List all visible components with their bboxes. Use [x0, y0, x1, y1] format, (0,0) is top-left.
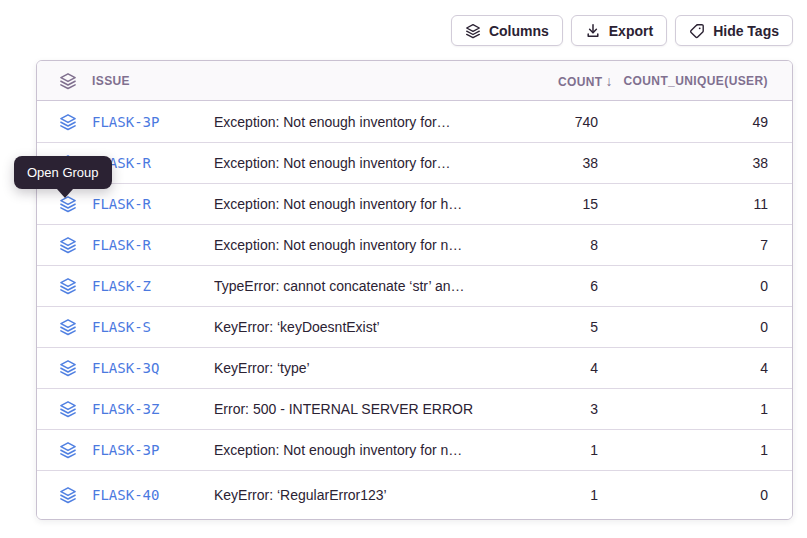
issue-cell: FLASK-R	[37, 236, 214, 254]
issue-title: TypeError: cannot concatenate ‘str’ an…	[214, 278, 518, 294]
toolbar: Columns Export Hide Tags	[451, 15, 793, 46]
table-row[interactable]: FLASK-Z TypeError: cannot concatenate ‘s…	[37, 265, 792, 306]
count-unique-cell: 7	[598, 237, 768, 253]
open-group-tooltip: Open Group	[14, 156, 112, 189]
issue-title: Exception: Not enough inventory for n…	[214, 442, 518, 458]
issue-title: Error: 500 - INTERNAL SERVER ERROR	[214, 401, 518, 417]
hide-tags-button-label: Hide Tags	[713, 23, 779, 39]
count-unique-cell: 38	[598, 155, 768, 171]
issue-layers-icon[interactable]	[59, 277, 77, 295]
issue-link[interactable]: FLASK-Z	[92, 278, 151, 294]
issue-cell: FLASK-S	[37, 318, 214, 336]
hide-tags-button[interactable]: Hide Tags	[675, 15, 793, 46]
column-header-count-label: COUNT	[558, 75, 603, 89]
issue-link[interactable]: FLASK-R	[92, 237, 151, 253]
issue-link[interactable]: FLASK-S	[92, 319, 151, 335]
count-cell: 8	[518, 237, 598, 253]
count-unique-cell: 1	[598, 401, 768, 417]
table-row[interactable]: FLASK-40 KeyError: ‘RegularError123’ 1 0	[37, 470, 792, 519]
issue-title: Exception: Not enough inventory for n…	[214, 237, 518, 253]
export-button[interactable]: Export	[571, 15, 667, 46]
layers-icon	[59, 72, 77, 90]
count-unique-cell: 0	[598, 487, 768, 503]
count-cell: 1	[518, 487, 598, 503]
count-cell: 740	[518, 114, 598, 130]
table-row[interactable]: FLASK-3Z Error: 500 - INTERNAL SERVER ER…	[37, 388, 792, 429]
table-row[interactable]: FLASK-R Exception: Not enough inventory …	[37, 224, 792, 265]
issue-cell: FLASK-40	[37, 486, 214, 504]
issue-cell: FLASK-3P	[37, 441, 214, 459]
count-cell: 38	[518, 155, 598, 171]
issue-link[interactable]: FLASK-3Q	[92, 360, 159, 376]
issue-layers-icon[interactable]	[59, 236, 77, 254]
table-body: FLASK-3P Exception: Not enough inventory…	[37, 101, 792, 519]
count-unique-cell: 1	[598, 442, 768, 458]
column-header-issue[interactable]: ISSUE	[37, 72, 214, 90]
issue-link[interactable]: FLASK-40	[92, 487, 159, 503]
issues-table: ISSUE COUNT↓ COUNT_UNIQUE(USER) FLASK-3P…	[36, 60, 793, 520]
count-unique-cell: 0	[598, 278, 768, 294]
table-row[interactable]: FLASK-3P Exception: Not enough inventory…	[37, 429, 792, 470]
table-row[interactable]: FLASK-3P Exception: Not enough inventory…	[37, 101, 792, 142]
tag-icon	[689, 23, 705, 39]
count-cell: 3	[518, 401, 598, 417]
table-header: ISSUE COUNT↓ COUNT_UNIQUE(USER)	[37, 61, 792, 101]
issue-title: KeyError: ‘RegularError123’	[214, 487, 518, 503]
layers-icon	[465, 23, 481, 39]
column-header-count[interactable]: COUNT↓	[518, 73, 598, 89]
issue-link[interactable]: FLASK-3Z	[92, 401, 159, 417]
count-unique-cell: 4	[598, 360, 768, 376]
table-row[interactable]: FLASK-R Exception: Not enough inventory …	[37, 183, 792, 224]
table-row[interactable]: FLASK-3Q KeyError: ‘type’ 4 4	[37, 347, 792, 388]
count-cell: 5	[518, 319, 598, 335]
count-cell: 6	[518, 278, 598, 294]
issue-title: Exception: Not enough inventory for…	[214, 155, 518, 171]
download-icon	[585, 23, 601, 39]
issue-link[interactable]: FLASK-3P	[92, 442, 159, 458]
column-header-count-unique-label: COUNT_UNIQUE(USER)	[623, 74, 768, 88]
issue-link[interactable]: FLASK-R	[92, 196, 151, 212]
issue-layers-icon[interactable]	[59, 113, 77, 131]
column-header-count-unique[interactable]: COUNT_UNIQUE(USER)	[598, 74, 768, 88]
columns-button-label: Columns	[489, 23, 549, 39]
export-button-label: Export	[609, 23, 653, 39]
count-unique-cell: 11	[598, 196, 768, 212]
issue-cell: FLASK-3Q	[37, 359, 214, 377]
table-row[interactable]: FLASK-R Exception: Not enough inventory …	[37, 142, 792, 183]
issue-link[interactable]: FLASK-3P	[92, 114, 159, 130]
count-cell: 1	[518, 442, 598, 458]
count-cell: 4	[518, 360, 598, 376]
issue-cell: FLASK-3Z	[37, 400, 214, 418]
table-row[interactable]: FLASK-S KeyError: ‘keyDoesntExist’ 5 0	[37, 306, 792, 347]
columns-button[interactable]: Columns	[451, 15, 563, 46]
issue-layers-icon[interactable]	[59, 359, 77, 377]
count-cell: 15	[518, 196, 598, 212]
issue-cell: FLASK-Z	[37, 277, 214, 295]
issue-title: KeyError: ‘keyDoesntExist’	[214, 319, 518, 335]
column-header-issue-label: ISSUE	[92, 74, 130, 88]
issue-cell: FLASK-3P	[37, 113, 214, 131]
issue-layers-icon[interactable]	[59, 441, 77, 459]
issue-layers-icon[interactable]	[59, 486, 77, 504]
count-unique-cell: 0	[598, 319, 768, 335]
issue-title: KeyError: ‘type’	[214, 360, 518, 376]
count-unique-cell: 49	[598, 114, 768, 130]
tooltip-text: Open Group	[27, 165, 99, 180]
issue-layers-icon[interactable]	[59, 400, 77, 418]
issue-title: Exception: Not enough inventory for h…	[214, 196, 518, 212]
issue-layers-icon[interactable]	[59, 318, 77, 336]
issue-title: Exception: Not enough inventory for…	[214, 114, 518, 130]
